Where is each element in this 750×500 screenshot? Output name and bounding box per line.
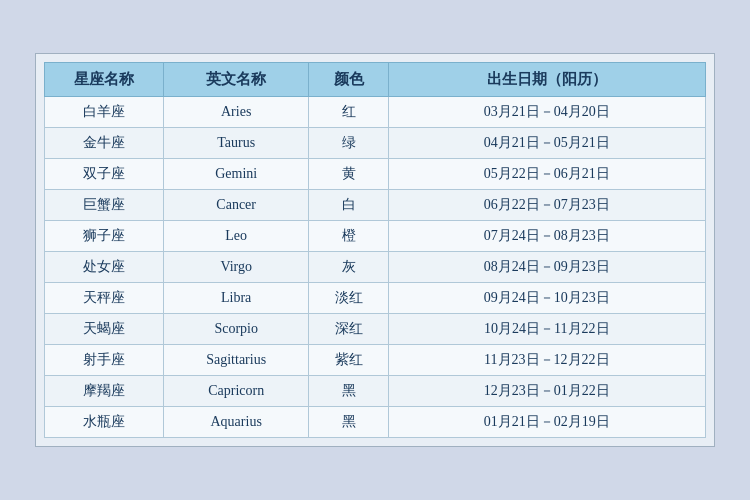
cell-english-name: Aries [163,97,308,128]
cell-date: 08月24日－09月23日 [388,252,705,283]
cell-english-name: Virgo [163,252,308,283]
cell-english-name: Leo [163,221,308,252]
table-row: 金牛座Taurus绿04月21日－05月21日 [45,128,706,159]
header-date: 出生日期（阳历） [388,63,705,97]
cell-color: 红 [309,97,388,128]
table-row: 双子座Gemini黄05月22日－06月21日 [45,159,706,190]
cell-chinese-name: 天秤座 [45,283,164,314]
cell-date: 12月23日－01月22日 [388,376,705,407]
cell-date: 09月24日－10月23日 [388,283,705,314]
cell-color: 淡红 [309,283,388,314]
cell-chinese-name: 巨蟹座 [45,190,164,221]
table-row: 天秤座Libra淡红09月24日－10月23日 [45,283,706,314]
cell-color: 紫红 [309,345,388,376]
table-row: 白羊座Aries红03月21日－04月20日 [45,97,706,128]
header-chinese-name: 星座名称 [45,63,164,97]
cell-date: 03月21日－04月20日 [388,97,705,128]
cell-chinese-name: 处女座 [45,252,164,283]
cell-chinese-name: 狮子座 [45,221,164,252]
cell-color: 白 [309,190,388,221]
cell-date: 07月24日－08月23日 [388,221,705,252]
cell-english-name: Scorpio [163,314,308,345]
cell-date: 04月21日－05月21日 [388,128,705,159]
cell-english-name: Libra [163,283,308,314]
cell-chinese-name: 摩羯座 [45,376,164,407]
table-body: 白羊座Aries红03月21日－04月20日金牛座Taurus绿04月21日－0… [45,97,706,438]
cell-english-name: Cancer [163,190,308,221]
table-row: 巨蟹座Cancer白06月22日－07月23日 [45,190,706,221]
cell-english-name: Sagittarius [163,345,308,376]
table-row: 处女座Virgo灰08月24日－09月23日 [45,252,706,283]
cell-chinese-name: 射手座 [45,345,164,376]
table-row: 射手座Sagittarius紫红11月23日－12月22日 [45,345,706,376]
cell-color: 橙 [309,221,388,252]
cell-date: 01月21日－02月19日 [388,407,705,438]
zodiac-table: 星座名称 英文名称 颜色 出生日期（阳历） 白羊座Aries红03月21日－04… [44,62,706,438]
cell-date: 10月24日－11月22日 [388,314,705,345]
table-row: 水瓶座Aquarius黑01月21日－02月19日 [45,407,706,438]
cell-english-name: Gemini [163,159,308,190]
cell-color: 绿 [309,128,388,159]
cell-chinese-name: 白羊座 [45,97,164,128]
cell-english-name: Capricorn [163,376,308,407]
cell-chinese-name: 金牛座 [45,128,164,159]
table-row: 狮子座Leo橙07月24日－08月23日 [45,221,706,252]
table-row: 摩羯座Capricorn黑12月23日－01月22日 [45,376,706,407]
table-container: 星座名称 英文名称 颜色 出生日期（阳历） 白羊座Aries红03月21日－04… [35,53,715,447]
cell-color: 黄 [309,159,388,190]
header-english-name: 英文名称 [163,63,308,97]
cell-chinese-name: 双子座 [45,159,164,190]
cell-date: 06月22日－07月23日 [388,190,705,221]
cell-color: 黑 [309,376,388,407]
table-row: 天蝎座Scorpio深红10月24日－11月22日 [45,314,706,345]
cell-color: 灰 [309,252,388,283]
cell-date: 11月23日－12月22日 [388,345,705,376]
cell-date: 05月22日－06月21日 [388,159,705,190]
cell-english-name: Taurus [163,128,308,159]
header-color: 颜色 [309,63,388,97]
cell-chinese-name: 水瓶座 [45,407,164,438]
table-header-row: 星座名称 英文名称 颜色 出生日期（阳历） [45,63,706,97]
cell-color: 深红 [309,314,388,345]
cell-english-name: Aquarius [163,407,308,438]
cell-chinese-name: 天蝎座 [45,314,164,345]
cell-color: 黑 [309,407,388,438]
